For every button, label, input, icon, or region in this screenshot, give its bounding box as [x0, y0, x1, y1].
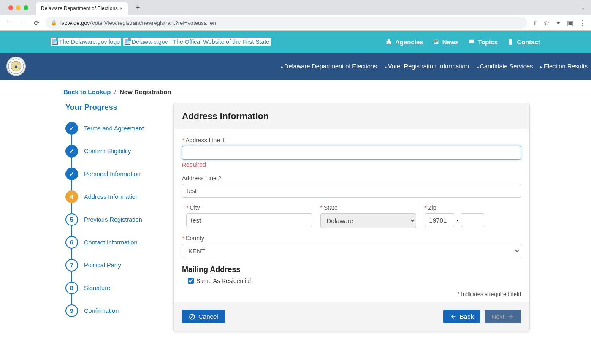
panel-footer: Cancel Back Next	[174, 302, 529, 331]
share-icon[interactable]: ⇧	[532, 19, 538, 27]
next-button[interactable]: Next	[485, 310, 521, 323]
input-city[interactable]	[186, 213, 312, 227]
field-city: *City	[186, 204, 312, 228]
dept-nav-links: Delaware Department of Elections Voter R…	[281, 63, 591, 70]
field-state: *State Delaware	[320, 204, 416, 228]
step-label: Confirm Eligibility	[84, 148, 131, 155]
required-field-note: * Indicates a required field	[182, 291, 521, 297]
tabs-dropdown-icon[interactable]: ⌵	[582, 5, 585, 11]
progress-step-5[interactable]: 5 Previous Registration	[65, 213, 156, 226]
input-address-line-1[interactable]	[182, 146, 521, 160]
phone-icon	[507, 38, 514, 45]
tab-title: Delaware Department of Elections	[41, 5, 118, 11]
extension-icon[interactable]: ✦	[556, 19, 561, 27]
dept-nav-bar: Delaware Department of Elections Voter R…	[0, 53, 591, 80]
broken-image-tagline[interactable]: Delaware.gov - The Offical Website of th…	[123, 38, 271, 46]
dept-link-1[interactable]: Voter Registration Information	[385, 63, 469, 70]
state-gov-bar: The Delaware.gov logo Delaware.gov - The…	[0, 31, 591, 53]
gov-bar-right: Agencies News Topics Contact	[385, 38, 540, 46]
progress-step-8[interactable]: 8 Signature	[65, 282, 156, 294]
field-city-state-zip-row: *City *State Delaware *Zip -	[182, 204, 521, 228]
step-circle: 5	[65, 213, 78, 226]
progress-title: Your Progress	[65, 103, 156, 112]
progress-step-1[interactable]: ✓ Terms and Agreement	[65, 122, 156, 135]
dept-link-0[interactable]: Delaware Department of Elections	[281, 63, 377, 70]
dept-link-3[interactable]: Election Results	[540, 63, 588, 70]
browser-tab[interactable]: Delaware Department of Elections ×	[36, 2, 128, 15]
window-controls	[4, 5, 33, 10]
progress-step-7[interactable]: 7 Political Party	[65, 259, 156, 272]
url-text: ivote.de.gov/VoterView/registrant/newreg…	[60, 20, 216, 26]
input-zip[interactable]	[425, 213, 454, 227]
step-label: Terms and Agreement	[84, 125, 144, 132]
panel-body: *Address Line 1 Required Address Line 2 …	[174, 129, 529, 302]
window-maximize-icon[interactable]	[24, 5, 28, 10]
panel-header: Address Information	[174, 103, 529, 129]
field-zip: *Zip -	[425, 204, 517, 228]
mailing-address-heading: Mailing Address	[182, 265, 521, 274]
page-footer: © Copyright 2024 - ESSVR, LLC. All right…	[0, 355, 591, 364]
lock-icon: 🔒	[51, 20, 57, 26]
step-circle: ✓	[65, 168, 78, 180]
progress-step-6[interactable]: 6 Contact Information	[65, 236, 156, 249]
step-label: Address Information	[84, 193, 139, 200]
dept-link-2[interactable]: Candidate Services	[477, 63, 533, 70]
gov-link-topics[interactable]: Topics	[468, 38, 498, 46]
progress-step-9[interactable]: 9 Confirmation	[65, 304, 156, 317]
label-city: *City	[186, 204, 312, 211]
panel-icon[interactable]: ▣	[567, 19, 573, 27]
label-address-line-2: Address Line 2	[182, 175, 521, 182]
broken-image-icon	[125, 39, 130, 45]
bookmark-icon[interactable]: ☆	[544, 19, 550, 27]
select-county[interactable]: KENT	[182, 244, 521, 258]
main-content: Back to Lookup / New Registration Your P…	[53, 80, 538, 331]
checkbox-same-as-residential[interactable]	[188, 278, 194, 284]
gov-link-news[interactable]: News	[433, 38, 459, 46]
field-address-line-1: *Address Line 1 Required	[182, 137, 521, 168]
broken-image-icon	[52, 39, 58, 45]
progress-step-4[interactable]: 4 Address Information	[65, 190, 156, 203]
cancel-button[interactable]: Cancel	[182, 310, 225, 323]
breadcrumb-current: New Registration	[119, 88, 171, 95]
step-label: Previous Registration	[84, 216, 142, 223]
window-close-icon[interactable]	[8, 5, 13, 10]
forward-icon[interactable]: →	[19, 19, 27, 27]
input-zip-ext[interactable]	[461, 213, 484, 227]
window-minimize-icon[interactable]	[16, 5, 21, 10]
breadcrumb: Back to Lookup / New Registration	[61, 87, 530, 103]
tab-close-icon[interactable]: ×	[119, 5, 123, 12]
step-circle: 6	[65, 236, 78, 249]
form-panel: Address Information *Address Line 1 Requ…	[173, 103, 530, 331]
cancel-icon	[189, 313, 195, 320]
select-state[interactable]: Delaware	[320, 213, 416, 228]
reload-icon[interactable]: ⟳	[32, 19, 41, 27]
step-label: Confirmation	[84, 307, 119, 314]
new-tab-button[interactable]: +	[131, 3, 144, 12]
step-circle: 4	[65, 190, 78, 203]
input-address-line-2[interactable]	[182, 184, 521, 198]
step-circle: 8	[65, 282, 78, 294]
label-address-line-1: *Address Line 1	[182, 137, 521, 144]
progress-step-3[interactable]: ✓ Personal Information	[65, 168, 156, 180]
kebab-menu-icon[interactable]: ⋮	[579, 19, 586, 27]
step-circle: ✓	[65, 145, 78, 158]
browser-chrome: Delaware Department of Elections × + ⌵ ←…	[0, 0, 591, 31]
state-seal[interactable]	[6, 57, 26, 76]
browser-toolbar: ← → ⟳ 🔒 ivote.de.gov/VoterView/registran…	[0, 15, 591, 30]
back-icon[interactable]: ←	[5, 19, 14, 27]
breadcrumb-back-link[interactable]: Back to Lookup	[63, 88, 111, 95]
label-same-as-residential: Same As Residential	[196, 277, 251, 284]
progress-step-2[interactable]: ✓ Confirm Eligibility	[65, 145, 156, 158]
progress-steps: ✓ Terms and Agreement ✓ Confirm Eligibil…	[65, 122, 156, 317]
gov-link-contact[interactable]: Contact	[507, 38, 540, 46]
step-circle: 7	[65, 259, 78, 272]
label-county: *County	[182, 235, 521, 242]
gov-link-agencies[interactable]: Agencies	[385, 38, 423, 46]
address-bar[interactable]: 🔒 ivote.de.gov/VoterView/registrant/newr…	[46, 17, 527, 29]
step-label: Signature	[84, 285, 110, 291]
back-button[interactable]: Back	[443, 310, 480, 323]
seal-icon	[8, 58, 24, 75]
field-address-line-2: Address Line 2	[182, 175, 521, 198]
broken-image-logo[interactable]: The Delaware.gov logo	[51, 38, 121, 46]
zip-separator: -	[457, 217, 459, 224]
